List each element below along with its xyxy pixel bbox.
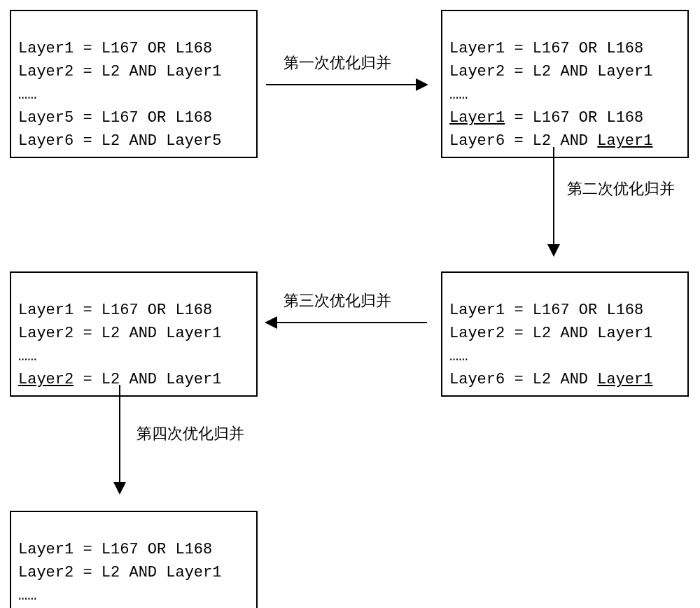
code-line: Layer2 = L2 AND Layer1 (18, 564, 221, 581)
underline-text: Layer1 (597, 371, 652, 388)
code-line: Layer6 = L2 AND Layer1 (449, 371, 652, 388)
arrow-label-1: 第一次优化归并 (284, 52, 391, 73)
code-line: …… (449, 348, 468, 365)
code-line: Layer1 = L167 OR L168 (18, 541, 212, 558)
code-line: …… (18, 86, 36, 104)
arrowhead-icon (416, 78, 428, 91)
arrowhead-icon (547, 244, 560, 257)
code-line: Layer1 = L167 OR L168 (449, 109, 643, 127)
diagram-stage: Layer1 = L167 OR L168 Layer2 = L2 AND La… (0, 0, 700, 608)
underline-text: Layer2 (18, 371, 74, 388)
code-line: Layer6 = L2 AND Layer5 (18, 132, 221, 150)
code-line: Layer1 = L167 OR L168 (18, 302, 212, 319)
box-step-3: Layer1 = L167 OR L168 Layer2 = L2 AND La… (441, 271, 689, 397)
code-line: Layer1 = L167 OR L168 (449, 40, 643, 57)
code-line: …… (18, 587, 36, 605)
box-step-4: Layer1 = L167 OR L168 Layer2 = L2 AND La… (10, 271, 258, 397)
box-step-1: Layer1 = L167 OR L168 Layer2 = L2 AND La… (10, 10, 258, 158)
box-step-2: Layer1 = L167 OR L168 Layer2 = L2 AND La… (441, 10, 689, 158)
code-line: Layer1 = L167 OR L168 (449, 302, 643, 319)
underline-text: Layer1 (597, 132, 652, 150)
code-line: Layer5 = L167 OR L168 (18, 109, 212, 127)
code-line: Layer6 = L2 AND Layer1 (449, 132, 652, 150)
code-line: Layer2 = L2 AND Layer1 (449, 63, 652, 80)
underline-text: Layer1 (449, 109, 505, 127)
arrowhead-icon (113, 482, 126, 495)
code-line: …… (449, 86, 468, 104)
code-line: Layer2 = L2 AND Layer1 (18, 325, 221, 342)
arrowhead-icon (265, 316, 277, 329)
code-line: Layer2 = L2 AND Layer1 (18, 63, 221, 80)
arrow-label-4: 第四次优化归并 (136, 423, 244, 444)
arrow-label-3: 第三次优化归并 (284, 290, 391, 311)
code-line: …… (18, 348, 36, 365)
code-line: Layer1 = L167 OR L168 (18, 40, 212, 57)
code-line: Layer2 = L2 AND Layer1 (449, 325, 652, 342)
box-step-5: Layer1 = L167 OR L168 Layer2 = L2 AND La… (10, 511, 258, 608)
arrow-label-2: 第二次优化归并 (567, 178, 675, 199)
